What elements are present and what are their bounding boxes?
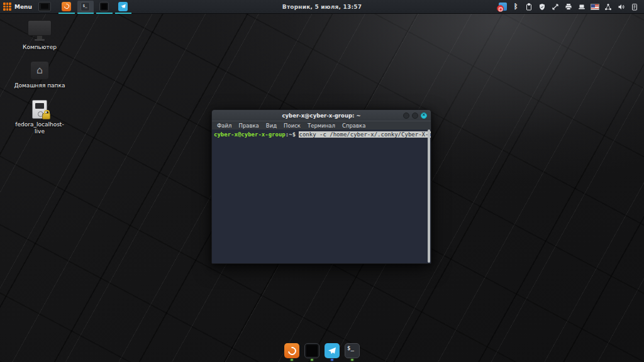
close-button[interactable]: ✕ xyxy=(421,112,427,119)
terminal-body[interactable]: cyber-x@cyber-x-group:~$ conky -c /home/… xyxy=(212,129,431,263)
bluetooth-icon[interactable]: ᛒ xyxy=(511,3,520,11)
terminal-icon: $_ xyxy=(80,2,90,11)
desktop-icon-label: fedora_localhost-live xyxy=(14,121,65,136)
terminal-titlebar[interactable]: cyber-x@cyber-x-group: ~ ✕ xyxy=(212,110,431,121)
taskbar-item-software[interactable] xyxy=(58,1,75,14)
menu-help[interactable]: Справка xyxy=(342,123,365,129)
taskbar-item-terminal[interactable]: $_ xyxy=(77,1,94,14)
capture-badge-icon[interactable] xyxy=(498,3,507,11)
running-indicator xyxy=(291,359,293,361)
taskbar-item-telegram[interactable] xyxy=(115,1,131,14)
desktop-icon-fedora-live[interactable]: fedora_localhost-live xyxy=(14,100,65,136)
menu-search[interactable]: Поиск xyxy=(284,123,301,129)
desktop-icon-label: Домашняя папка xyxy=(14,82,65,89)
command-text: conky -c /home/cyber-x/.conky/Cyber-X-mo… xyxy=(299,131,431,138)
clipboard-icon[interactable] xyxy=(525,3,533,11)
terminal-icon: $_ xyxy=(345,343,360,358)
locked-drive-icon xyxy=(32,100,47,119)
terminal-scrollbar[interactable] xyxy=(428,129,430,263)
menu-button[interactable]: Menu xyxy=(0,0,37,14)
dock-item-display[interactable] xyxy=(304,343,319,361)
computer-icon xyxy=(28,20,52,41)
move-arrows-icon[interactable] xyxy=(551,3,560,11)
monitor-icon xyxy=(304,343,319,358)
desktop-icon-computer[interactable]: Компьютер xyxy=(14,20,65,51)
volume-icon[interactable] xyxy=(617,3,626,11)
terminal-menubar: Файл Правка Вид Поиск Терминал Справка xyxy=(212,121,431,129)
menu-label: Menu xyxy=(14,4,32,10)
shield-icon[interactable] xyxy=(538,3,547,11)
menu-file[interactable]: Файл xyxy=(217,123,231,129)
prompt-user: cyber-x@cyber-x-group xyxy=(214,131,286,138)
lock-icon xyxy=(42,113,50,119)
laptop-icon[interactable] xyxy=(577,3,586,11)
terminal-window: cyber-x@cyber-x-group: ~ ✕ Файл Правка В… xyxy=(211,109,431,264)
home-folder-icon: ⌂ xyxy=(30,61,49,80)
telegram-icon xyxy=(118,2,128,11)
window-title: cyber-x@cyber-x-group: ~ xyxy=(212,112,431,119)
bottom-dock: $_ xyxy=(284,343,360,361)
desktop-icons: Компьютер ⌂ Домашняя папка fedora_localh… xyxy=(14,20,65,135)
dock-item-terminal[interactable]: $_ xyxy=(345,343,360,361)
network-icon[interactable] xyxy=(604,3,613,11)
desktop-icon-label: Компьютер xyxy=(23,44,57,51)
telegram-icon xyxy=(325,343,340,358)
menu-edit[interactable]: Правка xyxy=(238,123,258,129)
menu-terminal[interactable]: Терминал xyxy=(308,123,335,129)
menu-grid-icon xyxy=(3,3,11,11)
monitor-icon xyxy=(99,2,109,11)
dock-item-telegram[interactable] xyxy=(325,343,340,361)
us-flag-icon[interactable] xyxy=(591,3,599,11)
running-indicator xyxy=(311,359,313,361)
running-indicator xyxy=(351,359,353,361)
taskbar-item-display[interactable] xyxy=(96,1,113,14)
desktop-icon-home-folder[interactable]: ⌂ Домашняя папка xyxy=(14,61,65,89)
prompt-line: cyber-x@cyber-x-group:~$ conky -c /home/… xyxy=(214,131,426,138)
minimize-button[interactable] xyxy=(403,112,409,119)
window-controls: ✕ xyxy=(403,112,431,119)
maximize-button[interactable] xyxy=(412,112,418,119)
panel-clock[interactable]: Вторник, 5 июля, 13:57 xyxy=(282,4,362,10)
show-desktop-icon[interactable] xyxy=(38,2,51,11)
top-panel: Menu $_ Вторник, 5 июля, 13:57 ᛒ xyxy=(0,0,644,14)
running-indicator xyxy=(331,359,333,361)
ubuntu-mate-swirl-icon xyxy=(62,2,71,11)
dock-item-software[interactable] xyxy=(284,343,299,361)
window-list: $_ xyxy=(58,0,131,14)
home-glyph: ⌂ xyxy=(36,65,43,75)
ubuntu-mate-swirl-icon xyxy=(284,343,299,358)
system-tray: ᛒ xyxy=(498,3,644,11)
printer-icon[interactable] xyxy=(564,3,573,11)
prompt-suffix: :~$ xyxy=(286,131,299,138)
menu-view[interactable]: Вид xyxy=(266,123,277,129)
notes-icon[interactable] xyxy=(630,3,639,11)
